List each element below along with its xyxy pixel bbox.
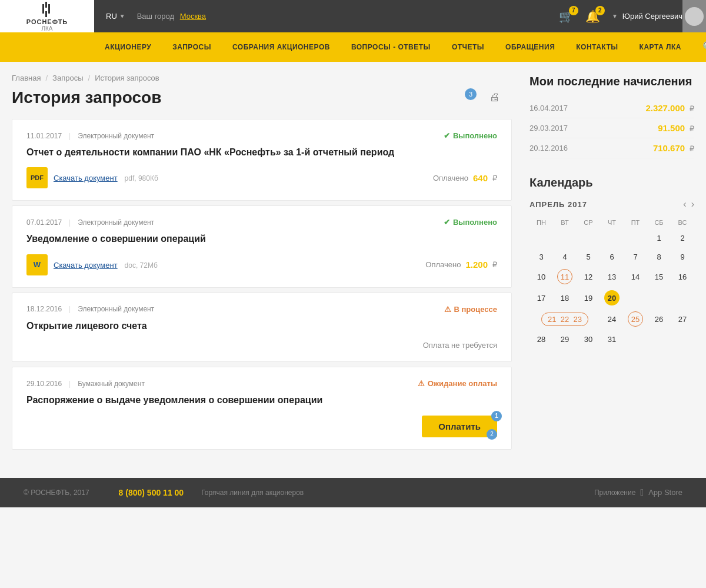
lang-selector[interactable]: RU ▼ [106,12,125,21]
cal-header-sat: СБ [647,217,671,228]
nav-item-shareholder[interactable]: АКЦИОНЕРУ [94,32,162,62]
cal-day-4[interactable]: 4 [553,247,577,266]
doc-link-1[interactable]: Скачать документ [54,174,118,182]
pay-badge: 1 [491,411,502,421]
request-card-2: 07.01.2017 | Электронный документ ✔ Выпо… [12,205,512,287]
cal-week-6: 28 29 30 31 [530,330,694,348]
cal-day-28[interactable]: 28 [530,330,553,348]
card-1-amount: 640 [473,173,488,183]
cal-day-24[interactable]: 24 [600,308,624,330]
card-4-type: Бумажный документ [78,380,145,388]
checkmark-icon-2: ✔ [444,218,450,227]
nav-item-qa[interactable]: ВОПРОСЫ - ОТВЕТЫ [341,32,441,62]
cal-day-23[interactable] [671,287,694,308]
cal-day-14[interactable]: 14 [624,266,647,287]
cal-day-31[interactable]: 31 [600,330,624,348]
footer-copyright: © РОСНЕФТЬ, 2017 [24,489,89,497]
cal-day-16[interactable]: 16 [671,266,694,287]
waiting-icon-4: ⚠ [418,379,425,388]
accrual-currency-3: ₽ [690,144,694,153]
nav-item-contacts[interactable]: КОНТАКТЫ [565,32,628,62]
print-icon[interactable]: 🖨 [489,91,500,104]
svg-rect-1 [42,4,44,14]
cal-day-11[interactable]: 11 [553,266,577,287]
cal-range-21-23[interactable]: 21 22 23 [530,308,600,330]
cal-day-18[interactable]: 18 [553,287,577,308]
logo: РОСНЕФТЬ ЛКА [0,0,94,32]
cal-day-25[interactable]: 25 [624,308,647,330]
request-card-4: 29.10.2016 | Бумажный документ ⚠ Ожидани… [12,367,512,449]
bell-badge: 2 [595,6,605,15]
cart-icon[interactable]: 🛒 7 [559,9,574,24]
cal-day-3[interactable]: 3 [530,247,553,266]
cal-day-19[interactable]: 19 [577,287,600,308]
page-badge: 3 [465,88,477,100]
cal-day-9[interactable]: 9 [671,247,694,266]
calendar-prev[interactable]: ‹ [683,199,686,210]
cal-header-fri: ПТ [624,217,647,228]
cal-day-7[interactable]: 7 [624,247,647,266]
nav-item-reports[interactable]: ОТЧЕТЫ [441,32,495,62]
cal-day-30[interactable]: 30 [577,330,600,348]
nav-item-meetings[interactable]: СОБРАНИЯ АКЦИОНЕРОВ [222,32,341,62]
breadcrumb-requests[interactable]: Запросы [52,74,83,82]
pdf-icon-1: PDF [26,167,48,188]
cal-day-10[interactable]: 10 [530,266,553,287]
cal-today-marker: 20 [604,290,620,305]
cal-day-12[interactable]: 12 [577,266,600,287]
nav-item-map[interactable]: КАРТА ЛКА [629,32,692,62]
cal-day-21[interactable] [624,287,647,308]
cal-day-6[interactable]: 6 [600,247,624,266]
nav-items: АКЦИОНЕРУ ЗАПРОСЫ СОБРАНИЯ АКЦИОНЕРОВ ВО… [94,32,706,62]
breadcrumb-home[interactable]: Главная [12,74,41,82]
calendar-next[interactable]: › [691,199,694,210]
city-link[interactable]: Москва [180,12,206,21]
nav-item-requests[interactable]: ЗАПРОСЫ [162,32,222,62]
cal-day-22[interactable] [647,287,671,308]
cal-day-5[interactable]: 5 [577,247,600,266]
accrual-date-2: 29.03.2017 [530,124,568,132]
doc-link-2[interactable]: Скачать документ [54,261,118,270]
accrual-amount-1: 2.327.000 [645,103,685,113]
cal-week-1: 1 2 [530,228,694,247]
card-2-type: Электронный документ [78,218,154,227]
cal-highlighted-25: 25 [628,311,643,327]
accrual-currency-1: ₽ [690,104,694,113]
nav-bar: АКЦИОНЕРУ ЗАПРОСЫ СОБРАНИЯ АКЦИОНЕРОВ ВО… [0,32,706,62]
search-icon[interactable]: 🔍 [692,32,706,62]
card-3-payment: Оплата не требуется [423,341,497,350]
card-4-badge: 2 [487,429,497,440]
calendar-title: Календарь [530,176,694,190]
cal-day-17[interactable]: 17 [530,287,553,308]
card-1-status: ✔ Выполнено [444,131,497,140]
apple-icon:  [640,487,644,498]
cal-day-26[interactable]: 26 [647,308,671,330]
cal-day-29[interactable]: 29 [553,330,577,348]
cal-day-1[interactable]: 1 [647,228,671,247]
cal-week-4: 17 18 19 20 [530,287,694,308]
svg-rect-3 [45,11,47,17]
accruals-title: Мои последние начисления [530,74,694,89]
card-2-payment: Оплачено 1.200 ₽ [425,260,497,270]
cal-day-15[interactable]: 15 [647,266,671,287]
pay-button[interactable]: Оплатить 1 [422,416,497,437]
user-name: Юрий Сергеевич [622,12,682,21]
app-store-link[interactable]: App Store [648,488,682,497]
cal-week-2: 3 4 5 6 7 8 9 [530,247,694,266]
accrual-amount-2: 91.500 [658,123,685,133]
cal-header-wed: СР [577,217,600,228]
accrual-row-1: 16.04.2017 2.327.000 ₽ [530,98,694,118]
user-menu[interactable]: ▼ Юрий Сергеевич [612,12,682,21]
footer-app-label: Приложение [594,489,635,497]
cal-day-2[interactable]: 2 [671,228,694,247]
accrual-amount-3: 710.670 [653,143,685,153]
footer-app: Приложение  App Store [594,487,682,498]
checkmark-icon-1: ✔ [444,131,450,140]
cal-day-13[interactable]: 13 [600,266,624,287]
cal-day-20-today[interactable]: 20 [600,287,624,308]
cal-day-8[interactable]: 8 [647,247,671,266]
bell-icon[interactable]: 🔔 2 [585,9,600,24]
cal-day-27[interactable]: 27 [671,308,694,330]
nav-item-appeals[interactable]: ОБРАЩЕНИЯ [495,32,565,62]
calendar-grid: ПН ВТ СР ЧТ ПТ СБ ВС [530,217,694,348]
